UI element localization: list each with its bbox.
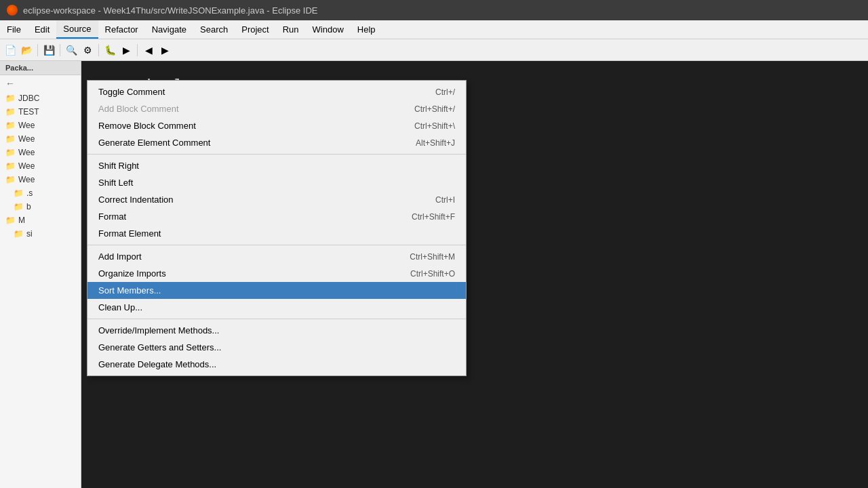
correct-indentation-label: Correct Indentation	[98, 195, 408, 205]
override-implement-label: Override/Implement Methods...	[98, 325, 428, 336]
sidebar: Packa... ← 📁 JDBC 📁 TEST 📁 Wee 📁 Wee 📁 W…	[0, 61, 81, 488]
sort-members-label: Sort Members...	[98, 285, 428, 296]
add-block-comment-label: Add Block Comment	[98, 104, 387, 114]
eclipse-logo-icon	[7, 5, 18, 16]
toolbar-separator-4	[137, 44, 138, 56]
sidebar-label-s: .s	[26, 188, 33, 198]
shift-left-label: Shift Left	[98, 178, 428, 188]
sidebar-label-wee2: Wee	[18, 134, 35, 144]
dropdown-organize-imports[interactable]: Organize Imports Ctrl+Shift+O	[87, 265, 466, 282]
dropdown-generate-element-comment[interactable]: Generate Element Comment Alt+Shift+J	[87, 134, 466, 151]
dropdown-shift-right[interactable]: Shift Right	[87, 157, 466, 174]
menu-help[interactable]: Help	[351, 20, 382, 39]
menu-file[interactable]: File	[0, 20, 28, 39]
sidebar-label-wee4: Wee	[18, 161, 35, 171]
format-label: Format	[98, 211, 384, 222]
dropdown-correct-indentation[interactable]: Correct Indentation Ctrl+I	[87, 191, 466, 208]
sidebar-item-wee5[interactable]: 📁 Wee	[0, 173, 81, 186]
shift-right-label: Shift Right	[98, 161, 428, 171]
sidebar-item-wee4[interactable]: 📁 Wee	[0, 159, 81, 173]
source-dropdown-menu: Toggle Comment Ctrl+/ Add Block Comment …	[87, 80, 467, 376]
remove-block-comment-label: Remove Block Comment	[98, 121, 387, 131]
generate-element-comment-shortcut: Alt+Shift+J	[416, 138, 455, 148]
menu-source[interactable]: Source	[56, 20, 98, 39]
title-bar: eclipse-workspace - Week14Thu/src/WriteJ…	[0, 0, 868, 20]
save-button[interactable]: 💾	[41, 43, 56, 58]
back-arrow-icon[interactable]: ←	[0, 75, 81, 92]
dropdown-add-import[interactable]: Add Import Ctrl+Shift+M	[87, 248, 466, 265]
dropdown-clean-up[interactable]: Clean Up...	[87, 299, 466, 316]
run-button[interactable]: ▶	[119, 43, 134, 58]
menu-run[interactable]: Run	[276, 20, 306, 39]
search-toolbar-btn[interactable]: 🔍	[64, 43, 79, 58]
menu-window[interactable]: Window	[306, 20, 351, 39]
menu-project[interactable]: Project	[235, 20, 275, 39]
dropdown-toggle-comment[interactable]: Toggle Comment Ctrl+/	[87, 83, 466, 100]
format-shortcut: Ctrl+Shift+F	[412, 212, 455, 222]
nav-back-button[interactable]: ◀	[141, 43, 156, 58]
sidebar-item-m[interactable]: 📁 M	[0, 214, 81, 227]
menu-refactor[interactable]: Refactor	[98, 20, 145, 39]
sidebar-item-wee1[interactable]: 📁 Wee	[0, 119, 81, 132]
sidebar-item-si[interactable]: 📁 si	[0, 227, 81, 241]
sidebar-header: Packa...	[0, 61, 81, 75]
folder-icon: 📁	[5, 94, 16, 103]
sidebar-label-wee1: Wee	[18, 121, 35, 130]
sidebar-label-si: si	[26, 229, 33, 239]
dropdown-shift-left[interactable]: Shift Left	[87, 174, 466, 191]
folder-icon-si: 📁	[14, 229, 24, 239]
sidebar-item-wee2[interactable]: 📁 Wee	[0, 132, 81, 146]
dropdown-override-implement[interactable]: Override/Implement Methods...	[87, 322, 466, 339]
dropdown-add-block-comment: Add Block Comment Ctrl+Shift+/	[87, 100, 466, 117]
sidebar-item-jdbc[interactable]: 📁 JDBC	[0, 92, 81, 105]
generate-element-comment-label: Generate Element Comment	[98, 138, 389, 148]
menu-search[interactable]: Search	[193, 20, 235, 39]
toggle-comment-label: Toggle Comment	[98, 87, 408, 97]
add-import-shortcut: Ctrl+Shift+M	[410, 252, 455, 262]
sidebar-item-wee3[interactable]: 📁 Wee	[0, 146, 81, 159]
organize-imports-shortcut: Ctrl+Shift+O	[410, 269, 455, 279]
sidebar-item-s[interactable]: 📁 .s	[0, 186, 81, 200]
correct-indentation-shortcut: Ctrl+I	[435, 195, 455, 205]
new-button[interactable]: 📄	[3, 43, 18, 58]
sidebar-label-jdbc: JDBC	[18, 94, 39, 103]
toolbar: 📄 📂 💾 🔍 ⚙ 🐛 ▶ ◀ ▶	[0, 39, 868, 61]
generate-delegate-label: Generate Delegate Methods...	[98, 359, 428, 369]
open-button[interactable]: 📂	[19, 43, 34, 58]
folder-icon-test: 📁	[5, 107, 16, 117]
toolbar-separator-1	[37, 44, 38, 56]
sidebar-label-wee5: Wee	[18, 175, 35, 184]
nav-forward-button[interactable]: ▶	[157, 43, 172, 58]
sidebar-label-m: M	[18, 216, 25, 225]
folder-icon-b: 📁	[14, 202, 24, 211]
separator-1	[87, 154, 466, 155]
dropdown-sort-members[interactable]: Sort Members...	[87, 282, 466, 299]
dropdown-generate-delegate[interactable]: Generate Delegate Methods...	[87, 356, 466, 373]
main-area: Packa... ← 📁 JDBC 📁 TEST 📁 Wee 📁 Wee 📁 W…	[0, 61, 868, 488]
folder-icon-wee2: 📁	[5, 134, 16, 144]
dropdown-generate-getters-setters[interactable]: Generate Getters and Setters...	[87, 339, 466, 356]
folder-icon-s: 📁	[14, 188, 24, 198]
toolbar-separator-2	[60, 44, 60, 56]
add-block-comment-shortcut: Ctrl+Shift+/	[414, 104, 455, 114]
generate-getters-setters-label: Generate Getters and Setters...	[98, 342, 428, 352]
settings-button[interactable]: ⚙	[80, 43, 95, 58]
sidebar-label-wee3: Wee	[18, 148, 35, 157]
sidebar-item-test[interactable]: 📁 TEST	[0, 105, 81, 119]
toggle-comment-shortcut: Ctrl+/	[435, 87, 455, 97]
menu-edit[interactable]: Edit	[28, 20, 56, 39]
toolbar-separator-3	[98, 44, 99, 56]
menu-navigate[interactable]: Navigate	[145, 20, 193, 39]
dropdown-remove-block-comment[interactable]: Remove Block Comment Ctrl+Shift+\	[87, 117, 466, 134]
clean-up-label: Clean Up...	[98, 302, 428, 312]
debug-button[interactable]: 🐛	[102, 43, 117, 58]
menu-bar: File Edit Source Refactor Navigate Searc…	[0, 20, 868, 39]
dropdown-format-element[interactable]: Format Element	[87, 225, 466, 242]
sidebar-label-b: b	[26, 202, 31, 211]
sidebar-label-test: TEST	[18, 107, 39, 117]
format-element-label: Format Element	[98, 228, 428, 239]
folder-icon-wee4: 📁	[5, 161, 16, 171]
sidebar-item-b[interactable]: 📁 b	[0, 200, 81, 214]
dropdown-format[interactable]: Format Ctrl+Shift+F	[87, 208, 466, 225]
folder-icon-wee1: 📁	[5, 121, 16, 130]
